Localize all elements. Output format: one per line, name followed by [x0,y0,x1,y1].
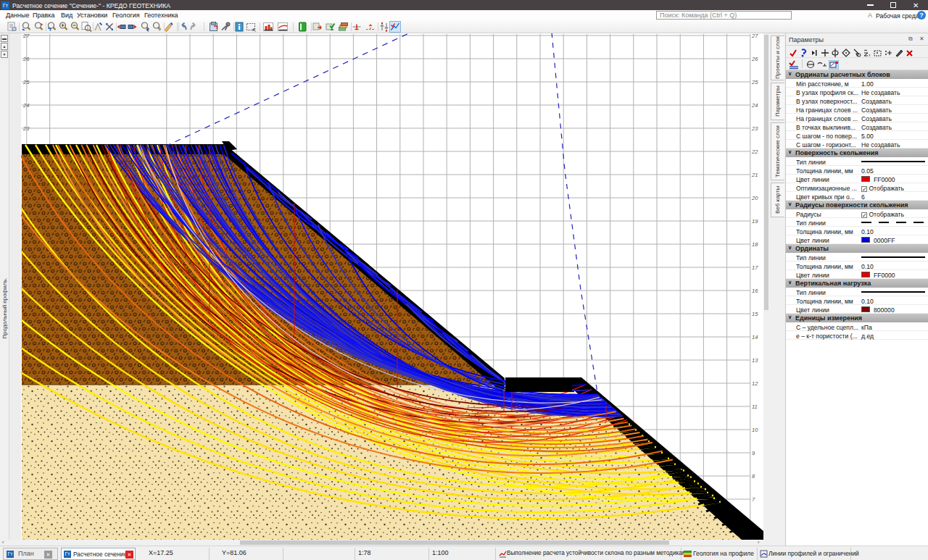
svg-text:16: 16 [752,288,758,294]
svg-text:12: 12 [752,380,758,387]
svg-text:15: 15 [752,311,758,317]
svg-text:21: 21 [751,172,758,178]
svg-text:27: 27 [751,33,758,39]
svg-text:25: 25 [751,79,758,85]
svg-text:17: 17 [752,264,758,271]
svg-text:25: 25 [22,79,30,85]
svg-text:18: 18 [752,241,758,248]
svg-text:26: 26 [22,56,30,62]
svg-text:22: 22 [751,149,758,155]
svg-text:14: 14 [752,334,758,340]
svg-text:19: 19 [752,218,758,225]
svg-text:10: 10 [752,427,758,433]
svg-text:11: 11 [752,404,758,410]
svg-text:23: 23 [751,125,758,132]
svg-text:т: т [869,53,871,57]
svg-text:26: 26 [751,56,758,62]
svg-text:24: 24 [22,102,29,109]
svg-text:13: 13 [752,357,758,364]
svg-text:20: 20 [751,195,758,201]
svg-text:24: 24 [751,102,758,109]
svg-text:23: 23 [22,125,30,132]
svg-text:27: 27 [22,33,30,39]
